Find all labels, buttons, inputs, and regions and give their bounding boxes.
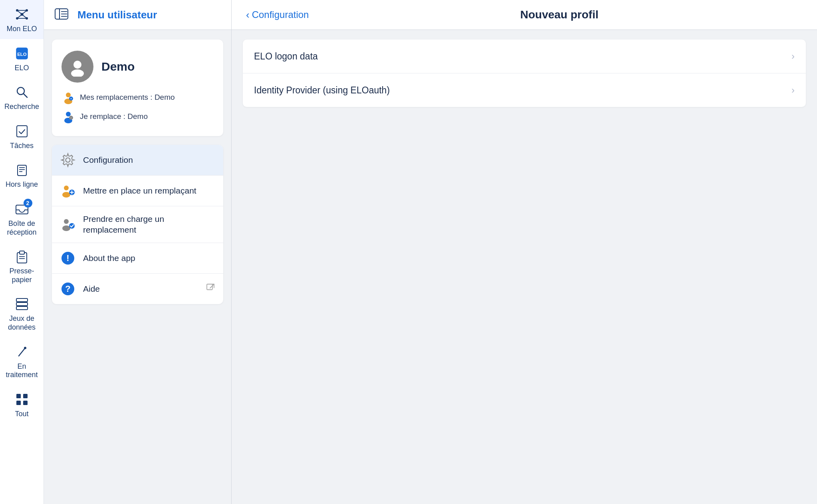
svg-rect-22 <box>20 251 24 254</box>
sidebar-item-hors-ligne[interactable]: Hors ligne <box>0 156 44 195</box>
menu-item-prendre-en-charge-label: Prendre en charge un remplacement <box>83 213 215 235</box>
svg-text:ELO: ELO <box>17 51 27 56</box>
menu-item-about-label: About the app <box>83 253 215 263</box>
inbox-icon: 2 <box>13 200 31 218</box>
sidebar-item-label-tout: Tout <box>15 410 28 419</box>
grid-icon <box>13 391 31 408</box>
network-icon <box>13 6 31 23</box>
menu-item-configuration-label: Configuration <box>83 154 215 165</box>
toggle-sidebar-button[interactable] <box>54 6 69 24</box>
menu-item-mettre-en-place[interactable]: Mettre en place un remplaçant <box>52 176 223 206</box>
header-right: ‹ Configuration Nouveau profil <box>232 0 817 30</box>
sidebar-item-elo[interactable]: ELO ELO <box>0 39 44 78</box>
svg-rect-31 <box>23 394 28 398</box>
prendre-en-charge-icon <box>60 216 76 232</box>
tasks-icon <box>13 123 31 140</box>
external-link-icon <box>206 283 215 294</box>
back-button[interactable]: ‹ Configuration <box>246 9 309 21</box>
user-card: Demo + Mes remplacements : Demo <box>52 40 223 136</box>
svg-rect-33 <box>23 401 28 405</box>
svg-text:!: ! <box>66 253 69 263</box>
sidebar-item-label-en-traitement: En traitement <box>3 362 40 379</box>
sidebar-toggle-icon <box>54 6 69 22</box>
sidebar-item-label-jeux-donnees: Jeux dedonnées <box>8 314 36 332</box>
svg-text:?: ? <box>65 284 70 294</box>
svg-line-14 <box>24 94 27 97</box>
svg-point-41 <box>66 93 71 97</box>
svg-point-29 <box>24 347 26 349</box>
sidebar-item-label-mon-elo: Mon ELO <box>6 25 37 34</box>
sidebar-item-en-traitement[interactable]: En traitement <box>0 338 44 385</box>
svg-text:+: + <box>70 97 72 100</box>
configuration-icon <box>60 152 76 168</box>
aide-icon: ? <box>60 281 76 297</box>
avatar-icon <box>67 57 87 77</box>
sidebar-item-presse-papier[interactable]: Presse-papier <box>0 242 44 290</box>
menu-item-prendre-en-charge[interactable]: Prendre en charge un remplacement <box>52 206 223 243</box>
sidebar-item-label-taches: Tâches <box>10 142 34 150</box>
je-remplace-text: Je remplace : Demo <box>80 112 148 121</box>
svg-line-28 <box>19 348 25 356</box>
mes-remplacements-text: Mes remplacements : Demo <box>80 93 175 102</box>
sidebar-item-recherche[interactable]: Recherche <box>0 78 44 117</box>
offline-icon <box>13 161 31 179</box>
mettre-en-place-icon <box>60 183 76 199</box>
option-identity-provider-chevron-icon: › <box>791 85 795 96</box>
option-elo-logon[interactable]: ELO logon data › <box>243 40 806 73</box>
menu-item-aide[interactable]: ? Aide <box>52 274 223 304</box>
header-left: Menu utilisateur <box>44 0 232 30</box>
svg-rect-16 <box>18 165 26 176</box>
menu-item-mettre-en-place-label: Mettre en place un remplaçant <box>83 185 215 196</box>
left-panel: Demo + Mes remplacements : Demo <box>44 30 232 504</box>
menu-item-aide-label: Aide <box>83 283 198 294</box>
main-content: Menu utilisateur ‹ Configuration Nouveau… <box>44 0 817 504</box>
back-label: Configuration <box>252 9 309 20</box>
sidebar-item-label-recherche: Recherche <box>4 103 39 111</box>
dataset-icon <box>13 295 31 313</box>
back-chevron-icon: ‹ <box>246 9 250 21</box>
sidebar-item-label-elo: ELO <box>14 64 29 73</box>
je-remplace-icon: ↑ <box>61 110 75 123</box>
menu-item-about[interactable]: ! About the app <box>52 243 223 274</box>
svg-line-8 <box>22 14 27 18</box>
option-elo-logon-chevron-icon: › <box>791 51 795 62</box>
svg-point-56 <box>62 225 70 231</box>
menu-list: Configuration Mettre en place un rempla <box>52 145 223 304</box>
option-identity-provider[interactable]: Identity Provider (using ELOauth) › <box>243 73 806 107</box>
sidebar-item-label-hors-ligne: Hors ligne <box>6 180 38 189</box>
mes-remplacements-icon: + <box>61 91 75 104</box>
user-card-top: Demo <box>61 51 214 83</box>
option-identity-provider-label: Identity Provider (using ELOauth) <box>254 85 390 96</box>
sidebar-item-tout[interactable]: Tout <box>0 385 44 424</box>
menu-utilisateur-title: Menu utilisateur <box>77 9 157 21</box>
svg-rect-15 <box>17 126 27 137</box>
processing-icon <box>13 343 31 361</box>
sidebar-item-jeux-donnees[interactable]: Jeux dedonnées <box>0 290 44 337</box>
menu-item-configuration[interactable]: Configuration <box>52 145 223 176</box>
inbox-badge: 2 <box>24 199 32 208</box>
sidebar-item-taches[interactable]: Tâches <box>0 117 44 156</box>
je-remplace-row: ↑ Je remplace : Demo <box>61 108 214 125</box>
option-elo-logon-label: ELO logon data <box>254 51 318 62</box>
elo-icon: ELO <box>13 45 31 62</box>
svg-point-39 <box>73 61 81 69</box>
svg-rect-25 <box>16 298 28 302</box>
search-icon <box>13 83 31 101</box>
page-title: Nouveau profil <box>520 8 599 21</box>
user-name: Demo <box>101 60 135 73</box>
svg-point-51 <box>62 192 70 198</box>
svg-line-6 <box>22 10 27 14</box>
svg-rect-27 <box>16 306 28 310</box>
mes-remplacements-row: + Mes remplacements : Demo <box>61 89 214 106</box>
svg-point-49 <box>66 158 70 162</box>
svg-point-40 <box>71 69 84 77</box>
sidebar-item-boite-reception[interactable]: 2 Boîte deréception <box>0 195 44 242</box>
svg-point-50 <box>64 186 69 190</box>
svg-line-5 <box>17 10 22 14</box>
clipboard-icon <box>13 248 31 265</box>
sidebar-item-mon-elo[interactable]: Mon ELO <box>0 0 44 39</box>
avatar <box>61 51 93 83</box>
svg-text:↑: ↑ <box>70 117 72 119</box>
svg-point-55 <box>64 219 69 224</box>
top-header: Menu utilisateur ‹ Configuration Nouveau… <box>44 0 817 30</box>
